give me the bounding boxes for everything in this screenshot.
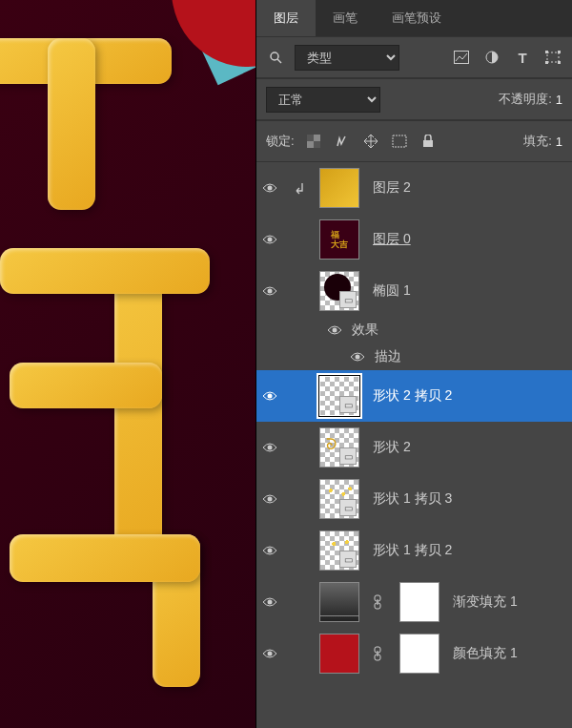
layer-thumbnail[interactable]: ▭ xyxy=(319,479,359,519)
svg-rect-10 xyxy=(307,135,314,141)
canvas-shape xyxy=(0,248,210,294)
layer-thumbnail[interactable]: ▭ xyxy=(319,376,359,416)
blend-row: 正常 不透明度: 1 xyxy=(256,78,572,120)
opacity-label: 不透明度: xyxy=(499,91,552,108)
layer-row[interactable]: 图层 2 xyxy=(256,162,572,214)
layer-name[interactable]: 椭圆 1 xyxy=(373,282,411,300)
effect-stroke-label: 描边 xyxy=(375,348,401,365)
visibility-toggle[interactable] xyxy=(262,545,277,556)
vector-mask-icon: ▭ xyxy=(339,499,357,516)
effects-row[interactable]: 效果 xyxy=(256,317,572,343)
visibility-toggle[interactable] xyxy=(262,390,277,402)
layer-thumbnail[interactable]: ▭ xyxy=(319,271,359,311)
svg-line-1 xyxy=(277,59,281,63)
svg-rect-4 xyxy=(547,52,559,62)
layer-row[interactable]: 颜色填充 1 xyxy=(256,628,572,679)
fill-value[interactable]: 1 xyxy=(556,135,562,149)
svg-point-27 xyxy=(268,652,273,656)
mask-thumbnail[interactable] xyxy=(399,582,439,622)
svg-point-20 xyxy=(268,446,273,450)
visibility-toggle[interactable] xyxy=(262,493,277,505)
visibility-toggle[interactable] xyxy=(262,182,277,194)
layer-row[interactable]: 福大吉 图层 0 xyxy=(256,214,572,265)
svg-point-0 xyxy=(271,52,278,60)
layers-panel: 图层 画笔 画笔预设 类型 T 正常 不透明度: 1 xyxy=(255,0,572,728)
svg-point-18 xyxy=(356,355,360,360)
layer-name[interactable]: 形状 2 xyxy=(373,439,411,456)
visibility-toggle[interactable] xyxy=(350,351,365,363)
panel-tabs: 图层 画笔 画笔预设 xyxy=(256,0,572,36)
layer-name[interactable]: 图层 2 xyxy=(373,179,411,197)
svg-rect-5 xyxy=(545,51,548,53)
lock-artboard-icon[interactable] xyxy=(390,132,409,151)
fill-label: 填充: xyxy=(523,133,552,150)
visibility-toggle[interactable] xyxy=(262,648,277,659)
layer-row[interactable]: ▭ 椭圆 1 xyxy=(256,265,572,317)
svg-rect-2 xyxy=(455,52,469,64)
lock-label: 锁定: xyxy=(266,133,295,150)
tab-brush-presets[interactable]: 画笔预设 xyxy=(375,0,459,36)
shape-filter-icon[interactable] xyxy=(543,48,562,67)
layer-thumbnail[interactable]: ▭ xyxy=(319,530,359,571)
svg-rect-13 xyxy=(423,140,433,147)
layer-thumbnail[interactable] xyxy=(319,634,359,674)
layer-thumbnail[interactable] xyxy=(319,168,359,208)
svg-rect-8 xyxy=(558,61,561,64)
visibility-toggle[interactable] xyxy=(262,234,277,245)
svg-rect-11 xyxy=(314,141,320,148)
visibility-toggle[interactable] xyxy=(262,596,277,608)
layer-name[interactable]: 形状 1 拷贝 2 xyxy=(373,542,452,559)
opacity-value[interactable]: 1 xyxy=(556,93,562,107)
lock-transparent-icon[interactable] xyxy=(304,132,323,151)
layer-thumbnail[interactable] xyxy=(319,582,359,622)
canvas-preview xyxy=(0,0,255,728)
text-filter-icon[interactable]: T xyxy=(513,48,532,67)
layer-row[interactable]: ▭ 形状 1 拷贝 3 xyxy=(256,473,572,525)
layer-name[interactable]: 颜色填充 1 xyxy=(453,645,518,662)
effect-item-row[interactable]: 描边 xyxy=(256,343,572,370)
image-filter-icon[interactable] xyxy=(452,48,471,67)
vector-mask-icon: ▭ xyxy=(339,551,357,568)
visibility-toggle[interactable] xyxy=(262,442,277,453)
vector-mask-icon: ▭ xyxy=(339,447,357,465)
effects-label: 效果 xyxy=(352,322,378,339)
svg-point-23 xyxy=(268,600,273,605)
canvas-shape xyxy=(172,0,255,67)
adjustment-filter-icon[interactable] xyxy=(482,48,501,67)
canvas-shape xyxy=(10,534,200,582)
svg-point-19 xyxy=(268,394,273,399)
layer-name[interactable]: 形状 2 拷贝 2 xyxy=(373,387,452,405)
blend-mode-select[interactable]: 正常 xyxy=(266,87,380,113)
svg-point-16 xyxy=(268,289,273,294)
tab-brush[interactable]: 画笔 xyxy=(316,0,375,36)
layer-row[interactable]: ᘐ ▭ 形状 2 xyxy=(256,422,572,473)
visibility-toggle[interactable] xyxy=(262,285,277,297)
svg-point-15 xyxy=(268,238,273,242)
svg-point-17 xyxy=(333,328,337,333)
canvas-shape xyxy=(10,363,162,408)
layer-name[interactable]: 图层 0 xyxy=(373,231,411,248)
lock-position-icon[interactable] xyxy=(361,132,380,151)
svg-rect-7 xyxy=(545,61,548,64)
visibility-toggle[interactable] xyxy=(327,324,342,336)
svg-rect-6 xyxy=(558,51,561,53)
layer-row[interactable]: ▭ 形状 2 拷贝 2 xyxy=(256,370,572,422)
vector-mask-icon: ▭ xyxy=(339,291,357,308)
link-icon xyxy=(373,594,386,610)
layer-row[interactable]: ▭ 形状 1 拷贝 2 xyxy=(256,525,572,576)
lock-all-icon[interactable] xyxy=(419,132,438,151)
layer-name[interactable]: 渐变填充 1 xyxy=(453,593,518,611)
svg-point-21 xyxy=(268,497,273,502)
clip-indicator-icon xyxy=(291,181,306,195)
tab-layers[interactable]: 图层 xyxy=(256,0,316,36)
layers-list: 图层 2 福大吉 图层 0 ▭ 椭圆 1 xyxy=(256,162,572,728)
layer-row[interactable]: 渐变填充 1 xyxy=(256,576,572,628)
filter-type-select[interactable]: 类型 xyxy=(295,45,399,71)
mask-thumbnail[interactable] xyxy=(399,634,439,674)
link-icon xyxy=(373,646,386,661)
layer-thumbnail[interactable]: 福大吉 xyxy=(319,219,359,260)
lock-pixels-icon[interactable] xyxy=(333,132,352,151)
svg-point-14 xyxy=(268,186,273,191)
layer-name[interactable]: 形状 1 拷贝 3 xyxy=(373,490,452,508)
layer-thumbnail[interactable]: ᘐ ▭ xyxy=(319,427,359,468)
